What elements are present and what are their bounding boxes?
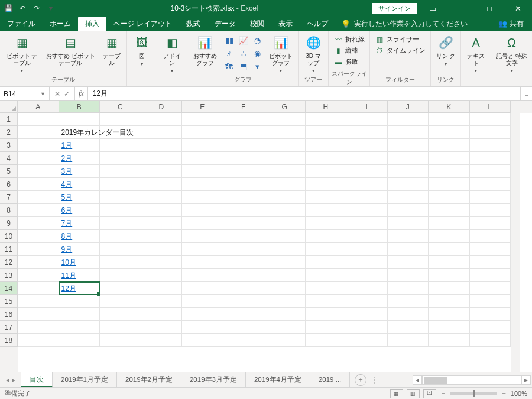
- 3d-map-button[interactable]: 🌐3D マップ▾: [301, 32, 326, 73]
- tab-formulas[interactable]: 数式: [179, 17, 207, 31]
- cell-link-mar[interactable]: 3月: [59, 165, 100, 178]
- cell-link-sep[interactable]: 9月: [59, 243, 100, 256]
- view-normal-button[interactable]: ▦: [390, 389, 403, 398]
- hscroll-left[interactable]: ◂: [413, 375, 422, 385]
- surface-chart-icon[interactable]: ◉: [251, 47, 264, 59]
- sheet-tab-jan[interactable]: 2019年1月予定: [53, 372, 117, 387]
- sheet-tab-toc[interactable]: 目次: [21, 372, 53, 387]
- tab-view[interactable]: 表示: [271, 17, 300, 31]
- select-all-corner[interactable]: [0, 101, 18, 113]
- row-header[interactable]: 15: [0, 295, 18, 308]
- row-header[interactable]: 2: [0, 126, 18, 139]
- col-header[interactable]: K: [429, 101, 470, 113]
- col-header[interactable]: A: [18, 101, 59, 113]
- symbol-button[interactable]: Ω記号と 特殊文字▾: [494, 32, 530, 73]
- cell-title[interactable]: 2019年カレンダー目次: [59, 126, 100, 139]
- col-header[interactable]: C: [100, 101, 141, 113]
- cell-link-may[interactable]: 5月: [59, 191, 100, 204]
- tab-review[interactable]: 校閲: [243, 17, 271, 31]
- row-header[interactable]: 4: [0, 152, 18, 165]
- col-header[interactable]: H: [306, 101, 347, 113]
- row-header[interactable]: 10: [0, 230, 18, 243]
- view-page-break-button[interactable]: 凹: [423, 389, 436, 398]
- tab-home[interactable]: ホーム: [43, 17, 78, 31]
- close-button[interactable]: ✕: [505, 0, 531, 17]
- cell-link-dec[interactable]: 12月: [59, 282, 100, 295]
- tab-file[interactable]: ファイル: [0, 17, 43, 31]
- row-header[interactable]: 7: [0, 191, 18, 204]
- zoom-slider[interactable]: [450, 392, 497, 395]
- cell-link-oct[interactable]: 10月: [59, 256, 100, 269]
- cell-link-nov[interactable]: 11月: [59, 269, 100, 282]
- share-button[interactable]: 👥 共有: [490, 17, 532, 31]
- col-header[interactable]: G: [264, 101, 306, 113]
- row-header[interactable]: 1: [0, 113, 18, 126]
- vertical-scrollbar[interactable]: [511, 113, 520, 372]
- name-box[interactable]: B14 ▼: [0, 87, 50, 100]
- col-header[interactable]: I: [346, 101, 388, 113]
- signin-button[interactable]: サインイン: [372, 3, 417, 14]
- col-header[interactable]: F: [223, 101, 265, 113]
- cancel-icon[interactable]: ✕: [54, 90, 60, 98]
- cell-link-jan[interactable]: 1月: [59, 139, 100, 152]
- hscroll-right[interactable]: ▸: [521, 375, 531, 385]
- sheet-tab-mar[interactable]: 2019年3月予定: [181, 372, 246, 387]
- undo-icon[interactable]: ↶: [17, 2, 28, 14]
- ribbon-options-icon[interactable]: ▭: [420, 0, 446, 17]
- sheet-nav-next[interactable]: ▸: [12, 376, 15, 384]
- enter-icon[interactable]: ✓: [64, 90, 70, 98]
- sparkline-winloss-button[interactable]: ▬勝敗: [332, 57, 366, 67]
- sheet-nav-prev[interactable]: ◂: [6, 376, 9, 384]
- cells-area[interactable]: 2019年カレンダー目次 1月 2月 3月 4月 5月 6月 7月 8月 9月 …: [18, 113, 511, 372]
- sheet-tab-more[interactable]: 2019 ...: [310, 372, 350, 387]
- stat-chart-icon[interactable]: ⫽: [223, 47, 236, 59]
- table-button[interactable]: ▦テーブル: [99, 32, 124, 66]
- zoom-out-button[interactable]: －: [440, 389, 446, 398]
- sheet-tab-apr[interactable]: 2019年4月予定: [246, 372, 310, 387]
- scatter-chart-icon[interactable]: ∴: [237, 47, 250, 59]
- row-header[interactable]: 16: [0, 308, 18, 321]
- bar-chart-icon[interactable]: ▮▮: [223, 34, 236, 46]
- tab-splitter[interactable]: ⋮: [371, 372, 375, 387]
- tab-insert[interactable]: 挿入: [78, 17, 106, 31]
- row-header[interactable]: 9: [0, 217, 18, 230]
- fx-icon[interactable]: fx: [75, 87, 88, 100]
- row-header[interactable]: 18: [0, 334, 18, 347]
- col-header[interactable]: J: [388, 101, 429, 113]
- tab-data[interactable]: データ: [207, 17, 243, 31]
- text-button[interactable]: Aテキスト▾: [463, 32, 488, 73]
- recommended-pivot-button[interactable]: ▤おすすめ ピボットテーブル: [43, 32, 98, 66]
- hier-chart-icon[interactable]: ◔: [251, 34, 264, 46]
- tell-me[interactable]: 💡 実行したい作業を入力してください: [335, 17, 468, 31]
- save-icon[interactable]: 💾: [2, 2, 14, 14]
- tab-layout[interactable]: ページ レイアウト: [106, 17, 179, 31]
- col-header[interactable]: D: [141, 101, 183, 113]
- row-header[interactable]: 13: [0, 269, 18, 282]
- pivot-table-button[interactable]: ▦ピボット テーブル▾: [2, 32, 41, 73]
- minimize-button[interactable]: —: [448, 0, 474, 17]
- row-header[interactable]: 11: [0, 243, 18, 256]
- recommended-chart-button[interactable]: 📊おすすめ グラフ: [190, 32, 220, 66]
- link-button[interactable]: 🔗リン ク▾: [433, 32, 458, 67]
- row-header[interactable]: 8: [0, 204, 18, 217]
- slicer-button[interactable]: ▥スライサー: [374, 34, 427, 45]
- tab-help[interactable]: ヘルプ: [300, 17, 335, 31]
- row-header[interactable]: 6: [0, 178, 18, 191]
- row-header[interactable]: 14: [0, 282, 18, 295]
- row-header[interactable]: 5: [0, 165, 18, 178]
- hscroll-thumb[interactable]: [424, 377, 447, 384]
- formula-input[interactable]: 12月: [88, 87, 520, 100]
- row-header[interactable]: 17: [0, 321, 18, 334]
- col-header[interactable]: L: [470, 101, 511, 113]
- row-header[interactable]: 3: [0, 139, 18, 152]
- sheet-tab-feb[interactable]: 2019年2月予定: [117, 372, 181, 387]
- cell-link-jul[interactable]: 7月: [59, 217, 100, 230]
- line-chart-icon[interactable]: 📈: [237, 34, 250, 46]
- redo-icon[interactable]: ↷: [31, 2, 43, 14]
- col-header[interactable]: B: [59, 101, 100, 113]
- horizontal-scrollbar[interactable]: ◂ ▸: [413, 375, 531, 385]
- pivot-chart-button[interactable]: 📊ピボットグラフ▾: [267, 32, 296, 73]
- zoom-level[interactable]: 100%: [511, 390, 527, 397]
- view-page-layout-button[interactable]: ▥: [407, 389, 420, 398]
- addins-button[interactable]: ◧アドイ ン▾: [160, 32, 184, 73]
